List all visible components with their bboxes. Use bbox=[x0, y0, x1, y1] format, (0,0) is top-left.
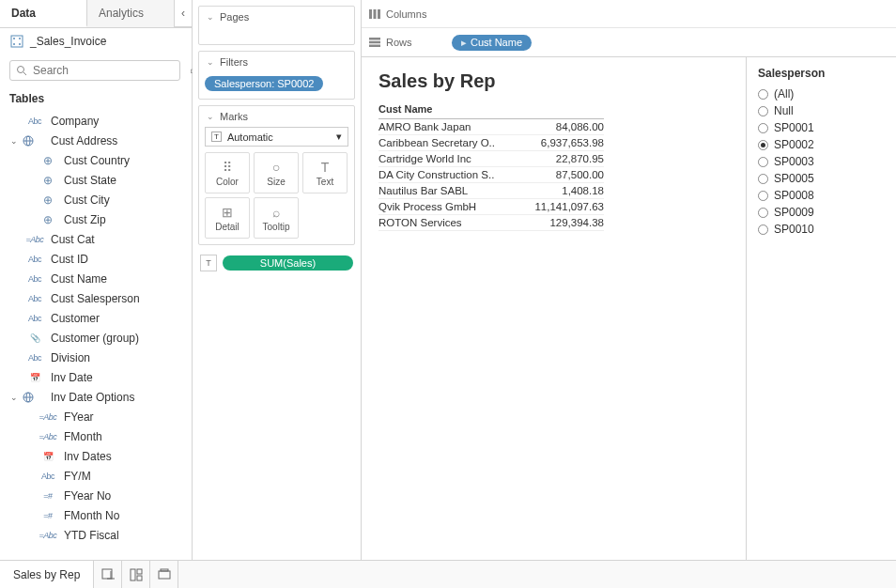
paperclip-icon: 📎 bbox=[23, 333, 47, 343]
svg-rect-16 bbox=[369, 38, 380, 40]
field-fyear[interactable]: =AbcFYear bbox=[6, 407, 192, 426]
filter-option-sp0009[interactable]: SP0009 bbox=[758, 204, 885, 221]
marks-type-dropdown[interactable]: TAutomatic ▾ bbox=[205, 127, 348, 147]
field-label: Customer (group) bbox=[51, 332, 188, 345]
cell-value: 1,408.18 bbox=[562, 185, 604, 196]
field-inv-date-options[interactable]: ⌄Inv Date Options bbox=[6, 387, 192, 407]
field-fmonth[interactable]: =AbcFMonth bbox=[6, 426, 192, 446]
mark-color-button[interactable]: ⠿Color bbox=[205, 152, 250, 193]
collapse-data-panel[interactable]: ‹ bbox=[175, 0, 192, 27]
table-header-custname[interactable]: Cust Name bbox=[378, 101, 604, 119]
field-cust-cat[interactable]: =AbcCust Cat bbox=[6, 229, 192, 249]
field-cust-id[interactable]: AbcCust ID bbox=[6, 249, 192, 269]
filter-card-title[interactable]: Salesperson bbox=[758, 67, 885, 80]
field-fmonth-no[interactable]: =#FMonth No bbox=[6, 505, 192, 525]
table-row[interactable]: Nautilus Bar SABL1,408.18 bbox=[378, 183, 604, 199]
table-row[interactable]: Caribbean Secretary O..6,937,653.98 bbox=[378, 135, 604, 151]
mark-btn-label: Size bbox=[267, 177, 285, 187]
filters-label: Filters bbox=[220, 56, 248, 68]
pages-label: Pages bbox=[220, 11, 249, 23]
table-row[interactable]: ROTON Services129,394.38 bbox=[378, 215, 604, 231]
marks-text-encoding[interactable]: T SUM(Sales) bbox=[198, 251, 355, 271]
datasource-row[interactable]: _Sales_Invoice bbox=[0, 28, 192, 54]
columns-icon bbox=[369, 9, 380, 19]
field-label: Inv Date bbox=[51, 371, 188, 384]
radio-icon bbox=[758, 106, 768, 116]
search-input[interactable] bbox=[33, 64, 174, 77]
filter-option-null[interactable]: Null bbox=[758, 102, 885, 119]
field-fy-m[interactable]: AbcFY/M bbox=[6, 466, 192, 486]
filters-shelf[interactable]: ⌄Filters Salesperson: SP0002 bbox=[198, 51, 355, 100]
cell-custname: Cartridge World Inc bbox=[378, 153, 471, 164]
field-cust-address[interactable]: ⌄Cust Address bbox=[6, 131, 192, 150]
filter-option-sp0003[interactable]: SP0003 bbox=[758, 153, 885, 170]
field-division[interactable]: AbcDivision bbox=[6, 348, 192, 367]
svg-rect-23 bbox=[137, 569, 142, 574]
svg-point-5 bbox=[18, 67, 24, 73]
field-label: Cust Name bbox=[51, 272, 188, 286]
field-cust-state[interactable]: ⊕Cust State bbox=[6, 170, 192, 190]
filter-option-sp0008[interactable]: SP0008 bbox=[758, 187, 885, 204]
search-field[interactable] bbox=[9, 60, 180, 81]
tab-data[interactable]: Data bbox=[0, 0, 87, 27]
svg-rect-18 bbox=[369, 45, 380, 48]
svg-rect-14 bbox=[374, 9, 377, 19]
mark-size-button[interactable]: ○Size bbox=[254, 152, 299, 193]
mark-text-button[interactable]: TText bbox=[302, 152, 348, 193]
field-ytd-fiscal[interactable]: =AbcYTD Fiscal bbox=[6, 525, 192, 545]
svg-rect-26 bbox=[161, 569, 168, 571]
mark-tooltip-button[interactable]: ⌕Tooltip bbox=[254, 197, 299, 239]
svg-rect-0 bbox=[11, 36, 23, 47]
sheet-tab-active[interactable]: Sales by Rep bbox=[0, 561, 94, 588]
table-row[interactable]: Cartridge World Inc22,870.95 bbox=[378, 151, 604, 167]
data-tabs: Data Analytics ‹ bbox=[0, 0, 192, 28]
field-fyear-no[interactable]: =#FYear No bbox=[6, 486, 192, 505]
search-icon bbox=[16, 65, 27, 76]
new-dashboard-button[interactable] bbox=[122, 561, 150, 588]
field-label: Cust State bbox=[64, 174, 188, 187]
field-inv-date[interactable]: 📅Inv Date bbox=[6, 367, 192, 387]
field-cust-city[interactable]: ⊕Cust City bbox=[6, 190, 192, 209]
sheet-title[interactable]: Sales by Rep bbox=[378, 70, 729, 92]
radio-icon bbox=[758, 89, 768, 100]
field-customer[interactable]: AbcCustomer bbox=[6, 308, 192, 328]
sheet-tabs-bar: Sales by Rep bbox=[0, 560, 896, 588]
cell-value: 129,394.38 bbox=[549, 217, 604, 228]
field-cust-name[interactable]: AbcCust Name bbox=[6, 269, 192, 288]
filter-option-label: SP0003 bbox=[774, 155, 814, 168]
filter-option-sp0010[interactable]: SP0010 bbox=[758, 221, 885, 238]
rows-shelf[interactable]: Rows ▸Cust Name bbox=[362, 28, 896, 56]
filter-pill-salesperson[interactable]: Salesperson: SP0002 bbox=[205, 76, 323, 91]
filter-option-sp0005[interactable]: SP0005 bbox=[758, 170, 885, 187]
pages-shelf[interactable]: ⌄Pages bbox=[198, 6, 355, 45]
text-icon bbox=[23, 392, 47, 403]
filter-option-sp0001[interactable]: SP0001 bbox=[758, 119, 885, 136]
field-label: FMonth No bbox=[64, 509, 188, 522]
svg-rect-25 bbox=[159, 571, 170, 579]
table-row[interactable]: Qvik Process GmbH11,141,097.63 bbox=[378, 199, 604, 215]
columns-shelf[interactable]: Columns bbox=[362, 0, 896, 28]
table-row[interactable]: DA City Construction S..87,500.00 bbox=[378, 167, 604, 183]
mark-detail-button[interactable]: ⊞Detail bbox=[205, 197, 250, 239]
rows-pill-custname[interactable]: ▸Cust Name bbox=[452, 35, 532, 51]
field-cust-zip[interactable]: ⊕Cust Zip bbox=[6, 209, 192, 229]
cell-custname: ROTON Services bbox=[378, 217, 462, 228]
new-worksheet-button[interactable] bbox=[94, 561, 122, 588]
cell-custname: Caribbean Secretary O.. bbox=[378, 137, 495, 148]
field-cust-salesperson[interactable]: AbcCust Salesperson bbox=[6, 288, 192, 308]
field-inv-dates[interactable]: 📅Inv Dates bbox=[6, 446, 192, 466]
sum-sales-pill[interactable]: SUM(Sales) bbox=[223, 255, 353, 271]
field-label: Cust Salesperson bbox=[51, 292, 188, 305]
filter-option-all[interactable]: (All) bbox=[758, 85, 885, 102]
calc-text-icon: =Abc bbox=[36, 432, 60, 441]
filter-option-sp0002[interactable]: SP0002 bbox=[758, 136, 885, 153]
field-company[interactable]: AbcCompany bbox=[6, 111, 192, 131]
new-story-button[interactable] bbox=[150, 561, 178, 588]
text-icon: Abc bbox=[23, 294, 47, 303]
tab-analytics[interactable]: Analytics bbox=[87, 0, 175, 27]
filter-option-label: Null bbox=[774, 104, 794, 117]
field-cust-country[interactable]: ⊕Cust Country bbox=[6, 150, 192, 170]
table-row[interactable]: AMRO Bank Japan84,086.00 bbox=[378, 119, 604, 135]
field-customer-group-[interactable]: 📎Customer (group) bbox=[6, 328, 192, 348]
fields-tree[interactable]: AbcCompany⌄Cust Address⊕Cust Country⊕Cus… bbox=[0, 111, 192, 560]
